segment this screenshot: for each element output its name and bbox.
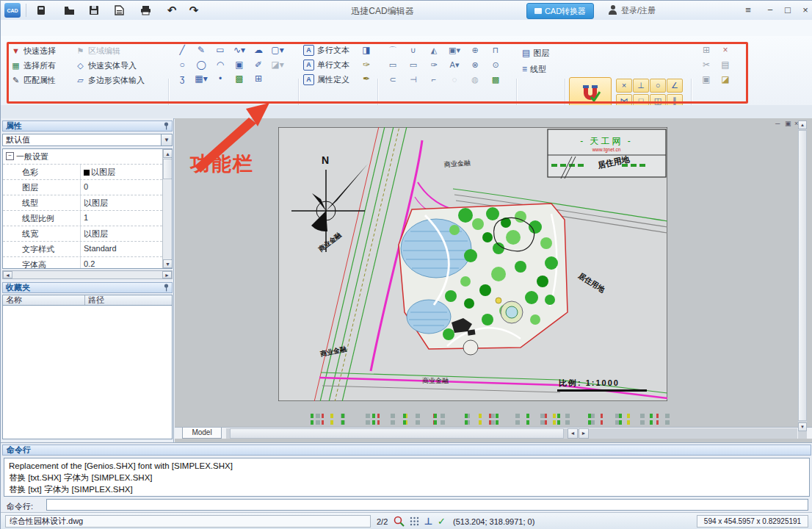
scroll-up-icon[interactable]: ▲ bbox=[798, 120, 807, 129]
cloud-tool-icon[interactable]: ☁ bbox=[249, 43, 268, 57]
image-tool-icon[interactable]: ▩ bbox=[230, 72, 249, 86]
favorites-panel-header[interactable]: 收藏夹 bbox=[2, 282, 173, 293]
command-panel-header[interactable]: 命令行 bbox=[2, 445, 811, 456]
new-file-icon[interactable] bbox=[35, 4, 48, 16]
hscroll-thumb[interactable] bbox=[230, 428, 564, 439]
login-register-link[interactable]: 登录/注册 bbox=[621, 5, 656, 16]
column-name[interactable]: 名称 bbox=[3, 295, 85, 305]
snap-angle-icon[interactable]: ∠ bbox=[667, 79, 683, 93]
export-icon[interactable]: ▩ bbox=[485, 73, 506, 87]
dim-arc-icon[interactable]: ⌒ bbox=[383, 43, 403, 57]
quick-entity-import-button[interactable]: ◇快速实体导入 bbox=[76, 58, 165, 73]
tab-model[interactable]: Model bbox=[182, 428, 222, 439]
snap-center-icon[interactable]: ○ bbox=[650, 79, 666, 93]
point-tool-icon[interactable]: • bbox=[211, 72, 230, 86]
pen-tool-icon[interactable]: ✐ bbox=[249, 57, 268, 71]
match-properties-button[interactable]: ✎匹配属性 bbox=[11, 73, 74, 87]
fillet-icon[interactable]: ⊂ bbox=[383, 73, 403, 87]
menu-icon[interactable]: ≡ bbox=[741, 4, 755, 17]
text-edit-icon[interactable]: ✑ bbox=[359, 57, 374, 71]
offset-icon[interactable]: ⌐ bbox=[424, 73, 444, 87]
canvas-hscrollbar[interactable]: ◄ ► bbox=[226, 428, 797, 439]
region-edit-button[interactable]: ⚑区域编辑 bbox=[76, 43, 165, 58]
drawing-sheet[interactable]: N - 天工网 - www.tgnet.cn 居住用地 商业金融 商业金融 商业… bbox=[278, 127, 667, 401]
minimize-button[interactable]: − bbox=[763, 4, 777, 17]
user-avatar-icon[interactable] bbox=[607, 4, 618, 15]
command-log[interactable]: Replacement of the [Genios.SHX] font wit… bbox=[4, 458, 810, 497]
scroll-down-icon[interactable]: ▼ bbox=[798, 422, 807, 431]
multiline-text-button[interactable]: A多行文本 bbox=[303, 43, 359, 57]
child-restore-icon[interactable]: ▣ bbox=[785, 120, 791, 127]
polyline-tool-icon[interactable]: ∿▾ bbox=[230, 43, 249, 57]
scroll-thumb[interactable] bbox=[163, 159, 173, 179]
vscroll-thumb[interactable] bbox=[798, 130, 807, 421]
ellipse-tool-icon[interactable]: ◯ bbox=[192, 57, 211, 71]
draft-check-icon[interactable]: ✓ bbox=[435, 515, 448, 528]
attribute-define-button[interactable]: A属性定义 bbox=[303, 72, 359, 87]
hatch-tool-icon[interactable]: ▦▾ bbox=[192, 72, 211, 86]
column-path[interactable]: 路径 bbox=[85, 295, 172, 305]
scroll-down-icon[interactable]: ▼ bbox=[163, 259, 173, 268]
collapse-icon[interactable]: − bbox=[6, 152, 14, 160]
favorites-list[interactable] bbox=[2, 306, 173, 439]
rectangle-tool-icon[interactable]: ▭ bbox=[211, 43, 230, 57]
cut-icon[interactable]: ✂ bbox=[697, 57, 716, 72]
scroll-up-icon[interactable]: ▲ bbox=[163, 149, 173, 158]
property-hscrollbar[interactable]: ◄ ► bbox=[2, 270, 173, 279]
solid-tool-icon[interactable]: ◪▾ bbox=[268, 57, 287, 71]
pin-icon[interactable] bbox=[163, 284, 170, 292]
print-icon[interactable] bbox=[139, 4, 152, 16]
drawing-canvas[interactable]: ─ ▣ × bbox=[175, 118, 812, 442]
group-icon[interactable]: ⊕ bbox=[465, 43, 485, 57]
dim-area-icon[interactable]: ◭ bbox=[424, 43, 444, 57]
text-scale-icon[interactable]: A▾ bbox=[444, 58, 465, 72]
link-icon[interactable]: ⊗ bbox=[465, 58, 485, 72]
clip-icon[interactable]: ⊓ bbox=[485, 43, 506, 57]
delete-icon[interactable]: × bbox=[716, 43, 735, 57]
save-icon[interactable] bbox=[87, 4, 101, 16]
linetype-button[interactable]: ≡线型 bbox=[522, 61, 560, 77]
paste-icon[interactable]: ▤ bbox=[716, 57, 735, 72]
property-group-row[interactable]: − 一般设置 bbox=[3, 149, 162, 165]
open-folder-icon[interactable] bbox=[62, 4, 76, 16]
layer-button[interactable]: ▤图层 bbox=[522, 45, 560, 61]
ole-icon[interactable]: ⊙ bbox=[485, 58, 506, 72]
child-minimize-icon[interactable]: ─ bbox=[775, 120, 780, 127]
pin-icon[interactable] bbox=[163, 122, 170, 130]
measure-icon[interactable]: ▭ bbox=[383, 58, 403, 72]
block-edit-icon[interactable]: ▣ bbox=[697, 72, 716, 87]
sketch-tool-icon[interactable]: ✎ bbox=[192, 43, 211, 57]
pdf-export-icon[interactable] bbox=[112, 4, 126, 16]
canvas-vscrollbar[interactable]: ▲ ▼ bbox=[798, 120, 807, 439]
text-style-icon[interactable]: ◨ bbox=[359, 43, 374, 57]
block-tool-icon[interactable]: ▣ bbox=[230, 57, 249, 71]
snap-intersection-icon[interactable]: × bbox=[616, 79, 632, 93]
zoom-icon[interactable] bbox=[393, 515, 405, 528]
viewport-icon[interactable]: ▣▾ bbox=[444, 43, 465, 57]
undo-icon[interactable]: ↶ bbox=[165, 4, 178, 16]
scroll-right-icon[interactable]: ► bbox=[162, 271, 172, 278]
purge-icon[interactable]: ◌ bbox=[444, 73, 465, 87]
arc-tool-icon[interactable]: ◠ bbox=[211, 57, 230, 71]
region-tool-icon[interactable]: ▢▾ bbox=[268, 43, 287, 57]
text-field-icon[interactable]: ✒ bbox=[359, 72, 374, 86]
copy-icon[interactable]: ⊞ bbox=[697, 43, 716, 57]
cad-converter-button[interactable]: CAD转换器 bbox=[526, 3, 594, 19]
audit-icon[interactable]: ◍ bbox=[465, 73, 485, 87]
maximize-button[interactable]: □ bbox=[780, 4, 795, 17]
singleline-text-button[interactable]: A单行文本 bbox=[303, 57, 359, 72]
dim-angle-icon[interactable]: ∪ bbox=[403, 43, 424, 57]
table-tool-icon[interactable]: ⊞ bbox=[249, 72, 268, 86]
lock-image-icon[interactable]: ◪ bbox=[716, 72, 735, 87]
annotate-icon[interactable]: ✑ bbox=[424, 58, 444, 72]
polygon-entity-input-button[interactable]: ▱多边形实体输入 bbox=[76, 73, 165, 87]
grid-icon[interactable] bbox=[408, 515, 421, 528]
ortho-icon[interactable]: ⊥ bbox=[422, 515, 435, 528]
snap-perpendicular-icon[interactable]: ⊥ bbox=[633, 79, 649, 93]
properties-panel-header[interactable]: 属性 bbox=[2, 120, 173, 132]
chamfer-icon[interactable]: ⊣ bbox=[403, 73, 424, 87]
command-input[interactable] bbox=[46, 499, 808, 511]
quick-select-button[interactable]: ▼快速选择 bbox=[11, 43, 74, 58]
property-scrollbar[interactable]: ▲ ▼ bbox=[162, 149, 172, 268]
scroll-left-icon[interactable]: ◄ bbox=[568, 428, 578, 439]
